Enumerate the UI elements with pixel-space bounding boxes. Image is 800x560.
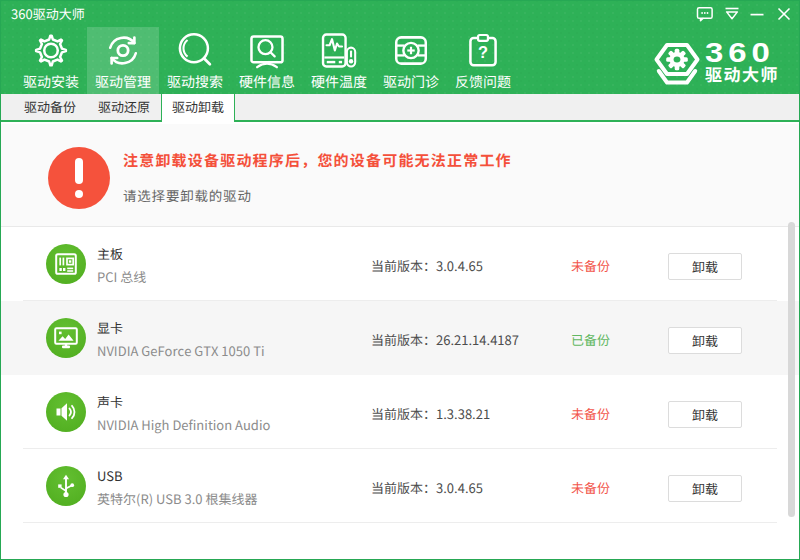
collapse-button[interactable]: [719, 1, 745, 27]
device-name: USB: [97, 468, 123, 484]
sub-tabbar: 驱动备份 驱动还原 驱动卸载: [1, 94, 799, 122]
content-area: 注意卸载设备驱动程序后，您的设备可能无法正常工作 请选择要卸载的驱动: [1, 124, 799, 559]
exclamation-bar: [75, 158, 83, 184]
row-divider: [23, 522, 777, 523]
nav-item-feedback[interactable]: ? 反馈问题: [447, 27, 519, 94]
backup-status: 已备份: [571, 332, 617, 348]
warning-subtitle: 请选择要卸载的驱动: [123, 187, 252, 204]
thermometer-icon: [322, 33, 357, 68]
uninstall-button[interactable]: 卸载: [668, 475, 742, 502]
usb-icon: [46, 466, 86, 506]
nav-items: 驱动安装 驱动管理: [15, 27, 519, 94]
backup-status: 未备份: [571, 258, 617, 274]
backup-status: 未备份: [571, 406, 617, 422]
close-button[interactable]: [771, 1, 797, 27]
minimize-button[interactable]: [744, 1, 770, 27]
clipboard-question-icon: ?: [466, 33, 501, 68]
tabs: 驱动备份 驱动还原 驱动卸载: [13, 94, 235, 122]
nav-label: 硬件信息: [231, 73, 303, 89]
device-version: 当前版本：26.21.14.4187: [371, 332, 519, 348]
device-name: 声卡: [97, 394, 123, 410]
nav-item-driver-clinic[interactable]: 驱动门诊: [375, 27, 447, 94]
driver-row-usb: USB 英特尔(R) USB 3.0 根集线器 当前版本：3.0.4.65 未备…: [1, 449, 799, 523]
nav-item-hardware-info[interactable]: 硬件信息: [231, 27, 303, 94]
device-version: 当前版本：3.0.4.65: [371, 480, 483, 496]
message-button[interactable]: [692, 1, 718, 27]
device-version: 当前版本：3.0.4.65: [371, 258, 483, 274]
tab-driver-backup[interactable]: 驱动备份: [13, 94, 87, 120]
gpu-icon: [46, 318, 86, 358]
device-name: 显卡: [97, 320, 123, 336]
nav-item-driver-install[interactable]: 驱动安装: [15, 27, 87, 94]
device-version: 当前版本：1.3.38.21: [371, 406, 490, 422]
nav-item-hardware-temp[interactable]: 硬件温度: [303, 27, 375, 94]
sync-icon: [106, 33, 141, 68]
driver-row-audio: 声卡 NVIDIA High Definition Audio 当前版本：1.3…: [1, 375, 799, 449]
brand-360: 360: [705, 42, 797, 64]
driver-list: 主板 PCI 总线 当前版本：3.0.4.65 未备份 卸载: [1, 227, 799, 523]
backup-status: 未备份: [571, 480, 617, 496]
nav-label: 硬件温度: [303, 73, 375, 89]
nav-label: 驱动安装: [15, 73, 87, 89]
app-title: 360驱动大师: [11, 5, 85, 23]
warning-panel: 注意卸载设备驱动程序后，您的设备可能无法正常工作 请选择要卸载的驱动: [1, 124, 799, 227]
driver-row-gpu: 显卡 NVIDIA GeForce GTX 1050 Ti 当前版本：26.21…: [1, 301, 799, 375]
scrollbar-thumb[interactable]: [788, 222, 795, 517]
collapse-icon: [725, 8, 739, 21]
warning-icon: [48, 147, 110, 209]
message-icon: [697, 7, 714, 22]
app-header: 360驱动大师: [1, 1, 799, 94]
nav-label: 驱动门诊: [375, 73, 447, 89]
minimize-icon: [750, 7, 764, 21]
main-nav: 驱动安装 驱动管理: [1, 27, 799, 94]
uninstall-button[interactable]: 卸载: [668, 327, 742, 354]
device-description: 英特尔(R) USB 3.0 根集线器: [97, 491, 258, 507]
driver-row-motherboard: 主板 PCI 总线 当前版本：3.0.4.65 未备份 卸载: [1, 227, 799, 301]
tab-driver-restore[interactable]: 驱动还原: [87, 94, 161, 120]
uninstall-button[interactable]: 卸载: [668, 253, 742, 280]
uninstall-button[interactable]: 卸载: [668, 401, 742, 428]
hexagon-gear-icon: [654, 42, 700, 93]
close-icon: [778, 8, 791, 21]
exclamation-dot: [75, 190, 83, 198]
brand-text: 360 驱动大师: [705, 42, 780, 83]
device-description: NVIDIA GeForce GTX 1050 Ti: [97, 343, 265, 359]
warning-title: 注意卸载设备驱动程序后，您的设备可能无法正常工作: [123, 151, 512, 169]
first-aid-icon: [394, 33, 429, 68]
tab-driver-uninstall[interactable]: 驱动卸载: [161, 94, 235, 122]
brand-logo: 360 驱动大师: [654, 42, 780, 88]
nav-label: 驱动搜索: [159, 73, 231, 89]
nav-label: 驱动管理: [87, 73, 159, 89]
search-icon: [178, 33, 213, 68]
nav-label: 反馈问题: [447, 73, 519, 89]
monitor-search-icon: [250, 33, 285, 68]
gear-icon: [34, 33, 69, 68]
speaker-icon: [46, 392, 86, 432]
device-name: 主板: [97, 246, 123, 262]
svg-text:?: ?: [478, 43, 488, 61]
nav-item-driver-search[interactable]: 驱动搜索: [159, 27, 231, 94]
device-description: NVIDIA High Definition Audio: [97, 417, 270, 433]
motherboard-icon: [46, 244, 86, 284]
titlebar: 360驱动大师: [1, 1, 799, 27]
app-window: 360驱动大师: [0, 0, 800, 560]
device-description: PCI 总线: [97, 269, 146, 285]
nav-item-driver-manage[interactable]: 驱动管理: [87, 27, 159, 94]
